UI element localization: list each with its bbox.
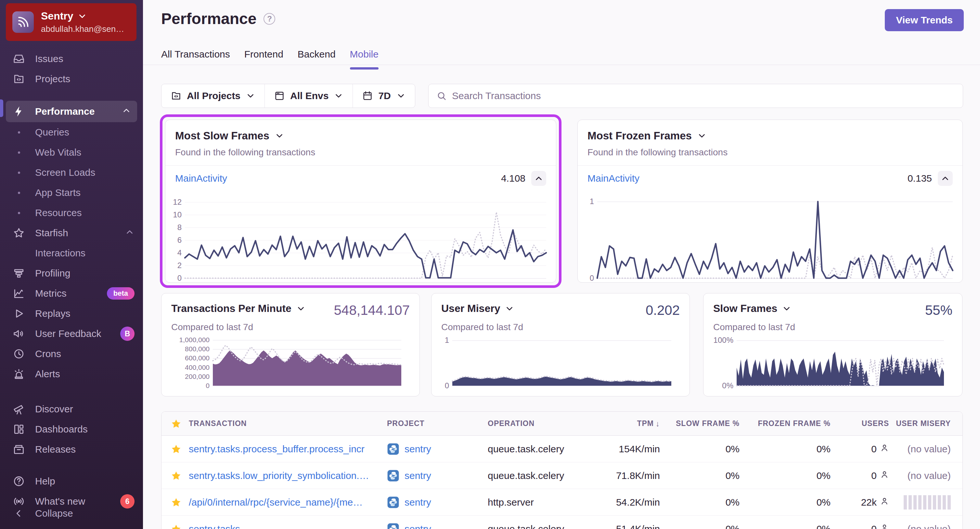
transaction-link[interactable]: sentry.tasks.process_buffer.process_incr [189, 443, 387, 454]
issues-icon [12, 52, 26, 66]
megaphone-icon [12, 327, 26, 341]
view-trends-button[interactable]: View Trends [885, 9, 964, 31]
column-header-project[interactable]: PROJECT [387, 419, 488, 428]
environment-filter[interactable]: All Envs [264, 84, 353, 108]
transaction-link[interactable]: sentry.tasks.low_priority_symbolication.… [189, 470, 387, 481]
sidebar-item-replays[interactable]: Replays [0, 303, 143, 323]
project-cell[interactable]: sentry [387, 443, 488, 455]
project-cell[interactable]: sentry [387, 496, 488, 508]
axis-tick-label: 0 [590, 274, 594, 283]
project-name: sentry [404, 523, 431, 529]
tpm-dropdown[interactable]: Transactions Per Minute [171, 303, 306, 314]
axis-tick-label: 12 [173, 198, 181, 207]
sidebar-item-label: Web Vitals [35, 147, 81, 158]
sidebar-item-starfish[interactable]: Starfish [0, 223, 143, 243]
main-content: Performance ? View Trends All Transactio… [143, 0, 980, 529]
sidebar-item-screen-loads[interactable]: Screen Loads [0, 163, 143, 183]
slow-frames-value: 55% [925, 303, 952, 318]
column-header-users[interactable]: USERS [830, 419, 889, 428]
sidebar-collapse-button[interactable]: Collapse [0, 503, 143, 524]
sidebar-item-alerts[interactable]: Alerts [0, 364, 143, 384]
sort-desc-icon: ↓ [656, 419, 660, 428]
project-cell[interactable]: sentry [387, 523, 488, 529]
chart-canvas [597, 197, 953, 278]
transaction-link[interactable]: /api/0/internal/rpc/{service_name}/{me… [189, 497, 387, 508]
column-header-misery[interactable]: USER MISERY [889, 419, 951, 428]
axis-tick-label: 800,000 [185, 345, 210, 353]
sidebar-item-label: Alerts [35, 368, 60, 379]
users-cell: 0 [830, 470, 889, 481]
table-row[interactable]: sentry.tasks.process_buffer.process_incr… [161, 436, 963, 462]
column-header-tpm[interactable]: TPM↓ [605, 419, 660, 428]
table-row[interactable]: sentry.tasks.low_priority_symbolication.… [161, 462, 963, 489]
org-switcher[interactable]: Sentry abdullah.khan@sen… [6, 3, 137, 41]
collapse-chart-button[interactable] [531, 171, 546, 186]
siren-icon [12, 367, 26, 381]
sidebar-item-label: Interactions [35, 248, 86, 259]
window-icon [274, 90, 285, 101]
transaction-link[interactable]: MainActivity [175, 173, 227, 184]
user-misery-dropdown[interactable]: User Misery [441, 303, 514, 314]
metric-value: 0.135 [908, 173, 932, 184]
column-header-slow[interactable]: SLOW FRAME % [660, 419, 740, 428]
column-header-operation[interactable]: OPERATION [488, 419, 605, 428]
nav-gap [0, 89, 143, 101]
sidebar-item-issues[interactable]: Issues [0, 49, 143, 69]
chevron-down-icon [334, 90, 344, 101]
help-icon[interactable]: ? [264, 13, 275, 25]
operation-cell: queue.task.celery [488, 523, 605, 529]
tab-backend[interactable]: Backend [298, 49, 336, 68]
project-filter[interactable]: All Projects [161, 84, 264, 108]
project-cell[interactable]: sentry [387, 470, 488, 482]
transaction-link[interactable]: sentry.tasks.… [189, 523, 387, 529]
transaction-link[interactable]: MainActivity [587, 173, 640, 184]
table-row[interactable]: /api/0/internal/rpc/{service_name}/{me…s… [161, 489, 963, 516]
sidebar-item-metrics[interactable]: Metricsbeta [0, 284, 143, 303]
sidebar-item-projects[interactable]: Projects [0, 69, 143, 89]
python-project-icon [387, 470, 399, 482]
axis-tick-label: 8 [177, 223, 181, 232]
sidebar-item-releases[interactable]: Releases [0, 439, 143, 459]
column-label: OPERATION [488, 419, 535, 428]
tab-frontend[interactable]: Frontend [244, 49, 283, 68]
most-slow-frames-dropdown[interactable]: Most Slow Frames [175, 130, 546, 142]
slow-frames-dropdown[interactable]: Slow Frames [713, 303, 792, 314]
axis-tick-label: 1 [445, 336, 449, 345]
favorite-star-button[interactable] [170, 443, 189, 454]
axis-tick-label: 6 [177, 236, 181, 245]
sidebar-item-dashboards[interactable]: Dashboards [0, 419, 143, 439]
tab-mobile[interactable]: Mobile [350, 49, 379, 68]
sidebar-item-interactions[interactable]: Interactions [0, 243, 143, 263]
collapse-chart-button[interactable] [938, 171, 953, 186]
sidebar-item-discover[interactable]: Discover [0, 399, 143, 419]
tab-all-transactions[interactable]: All Transactions [161, 49, 230, 68]
sidebar-item-performance[interactable]: Performance [6, 101, 137, 122]
person-icon [880, 443, 889, 455]
sidebar-item-web-vitals[interactable]: Web Vitals [0, 142, 143, 163]
column-header-transaction[interactable]: TRANSACTION [189, 419, 387, 428]
sidebar-item-user-feedback[interactable]: User FeedbackB [0, 323, 143, 344]
date-range-filter[interactable]: 7D [353, 84, 415, 108]
users-cell: 0 [830, 523, 889, 529]
sidebar-item-queries[interactable]: Queries [0, 122, 143, 142]
column-header-frozen[interactable]: FROZEN FRAME % [740, 419, 830, 428]
tpm-cell: 54.2K/min [605, 497, 660, 508]
sidebar-item-app-starts[interactable]: App Starts [0, 183, 143, 203]
sidebar-item-label: Issues [35, 53, 64, 64]
search-input[interactable] [452, 90, 955, 101]
favorite-star-button[interactable] [170, 523, 189, 529]
sidebar-item-profiling[interactable]: Profiling [0, 263, 143, 284]
most-frozen-frames-dropdown[interactable]: Most Frozen Frames [587, 130, 953, 142]
card-subtitle: Found in the following transactions [175, 147, 546, 158]
no-value-label: (no value) [908, 470, 951, 481]
sidebar-item-resources[interactable]: Resources [0, 203, 143, 223]
sidebar-item-help[interactable]: Help [0, 471, 143, 491]
table-row[interactable]: sentry.tasks.…sentryqueue.task.celery51.… [161, 516, 963, 529]
column-header-star[interactable] [170, 418, 189, 429]
user-email: abdullah.khan@sen… [41, 24, 124, 34]
favorite-star-button[interactable] [170, 497, 189, 508]
chart-canvas [452, 338, 671, 386]
user-misery-chart: 10 [441, 338, 680, 386]
favorite-star-button[interactable] [170, 470, 189, 481]
sidebar-item-crons[interactable]: Crons [0, 344, 143, 364]
